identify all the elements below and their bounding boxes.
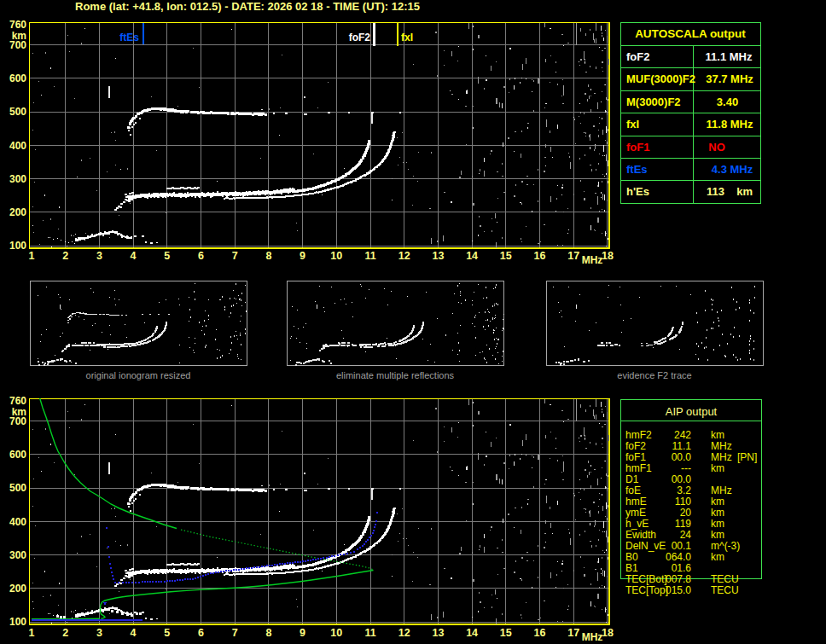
svg-text:400: 400 bbox=[9, 516, 26, 528]
svg-text:24: 24 bbox=[680, 529, 692, 541]
svg-text:TEC[Top]: TEC[Top] bbox=[625, 584, 668, 596]
svg-text:6: 6 bbox=[198, 250, 204, 262]
svg-text:Rome (lat: +41.8, lon: 012.5): Rome (lat: +41.8, lon: 012.5) - DATE: 20… bbox=[75, 0, 420, 13]
svg-text:MHz: MHz bbox=[582, 254, 603, 266]
svg-text:AUTOSCALA output: AUTOSCALA output bbox=[635, 27, 746, 40]
svg-text:foF2: foF2 bbox=[349, 32, 371, 44]
svg-text:eliminate multiple reflections: eliminate multiple reflections bbox=[336, 370, 455, 380]
svg-text:m^(-3): m^(-3) bbox=[711, 540, 740, 552]
svg-text:700: 700 bbox=[9, 415, 26, 427]
svg-text:600: 600 bbox=[9, 449, 26, 461]
svg-text:17: 17 bbox=[567, 250, 579, 262]
svg-text:100: 100 bbox=[9, 240, 26, 252]
svg-text:4: 4 bbox=[131, 627, 137, 639]
svg-text:km: km bbox=[711, 496, 724, 508]
svg-text:3: 3 bbox=[96, 627, 102, 639]
svg-text:4: 4 bbox=[131, 250, 137, 262]
svg-text:11.1 MHz: 11.1 MHz bbox=[706, 50, 753, 63]
svg-text:original ionogram resized: original ionogram resized bbox=[86, 370, 191, 380]
svg-text:6: 6 bbox=[198, 627, 204, 639]
svg-text:MHz: MHz bbox=[711, 440, 732, 452]
svg-text:064.0: 064.0 bbox=[666, 551, 691, 563]
svg-text:11: 11 bbox=[364, 250, 375, 262]
svg-text:15: 15 bbox=[500, 627, 512, 639]
svg-text:400: 400 bbox=[9, 140, 26, 152]
svg-text:100: 100 bbox=[9, 616, 26, 628]
svg-text:[PN]: [PN] bbox=[737, 451, 757, 463]
svg-text:110: 110 bbox=[675, 496, 691, 508]
svg-text:15: 15 bbox=[500, 250, 512, 262]
svg-text:9: 9 bbox=[300, 627, 305, 639]
svg-text:km: km bbox=[711, 462, 724, 474]
svg-text:AIP output: AIP output bbox=[666, 405, 718, 418]
svg-text:500: 500 bbox=[9, 482, 26, 494]
svg-text:119: 119 bbox=[675, 518, 691, 530]
svg-text:km: km bbox=[711, 518, 724, 530]
svg-text:B1: B1 bbox=[625, 562, 638, 574]
svg-text:km: km bbox=[711, 507, 724, 519]
svg-text:ymE: ymE bbox=[625, 507, 646, 519]
svg-text:5: 5 bbox=[164, 627, 170, 639]
svg-text:MHz: MHz bbox=[711, 484, 732, 496]
svg-text:hmE: hmE bbox=[625, 496, 647, 508]
svg-text:12: 12 bbox=[398, 627, 410, 639]
svg-text:foF1: foF1 bbox=[626, 141, 649, 154]
svg-text:B0: B0 bbox=[625, 551, 638, 563]
svg-text:01.6: 01.6 bbox=[672, 562, 692, 574]
svg-text:13: 13 bbox=[432, 250, 444, 262]
svg-text:MUF(3000)F2: MUF(3000)F2 bbox=[626, 73, 695, 85]
svg-text:h'Es: h'Es bbox=[626, 185, 649, 198]
svg-text:00.0: 00.0 bbox=[672, 451, 692, 463]
svg-text:113 km: 113 km bbox=[707, 185, 753, 198]
svg-text:12: 12 bbox=[398, 250, 410, 262]
svg-text:200: 200 bbox=[9, 583, 26, 595]
svg-text:7: 7 bbox=[232, 627, 238, 639]
svg-text:8: 8 bbox=[265, 250, 271, 262]
svg-text:D1: D1 bbox=[625, 473, 639, 485]
svg-text:700: 700 bbox=[9, 39, 26, 51]
svg-text:9: 9 bbox=[300, 250, 305, 262]
svg-text:MHz: MHz bbox=[711, 451, 732, 463]
svg-text:evidence F2 trace: evidence F2 trace bbox=[617, 370, 691, 380]
svg-text:3.2: 3.2 bbox=[677, 484, 691, 496]
svg-text:hmF1: hmF1 bbox=[625, 462, 652, 474]
svg-text:km: km bbox=[711, 551, 724, 563]
svg-text:km: km bbox=[711, 429, 724, 441]
svg-text:18: 18 bbox=[602, 627, 614, 639]
svg-text:TECU: TECU bbox=[711, 584, 739, 596]
svg-text:500: 500 bbox=[9, 106, 26, 118]
svg-text:MHz: MHz bbox=[582, 631, 603, 643]
svg-text:1: 1 bbox=[29, 250, 35, 262]
svg-text:3.40: 3.40 bbox=[717, 96, 738, 108]
svg-text:20: 20 bbox=[680, 507, 692, 519]
svg-text:fxI: fxI bbox=[626, 118, 639, 131]
svg-text:8: 8 bbox=[265, 627, 271, 639]
svg-text:14: 14 bbox=[466, 250, 478, 262]
svg-text:300: 300 bbox=[9, 173, 26, 185]
svg-text:11.8 MHz: 11.8 MHz bbox=[707, 118, 753, 131]
svg-text:14: 14 bbox=[466, 627, 478, 639]
svg-text:TECU: TECU bbox=[711, 573, 739, 585]
svg-text:fxI: fxI bbox=[401, 32, 413, 44]
svg-text:16: 16 bbox=[534, 627, 546, 639]
svg-text:13: 13 bbox=[432, 627, 444, 639]
svg-text:NO: NO bbox=[708, 141, 725, 154]
svg-text:4.3 MHz: 4.3 MHz bbox=[712, 163, 753, 176]
svg-text:18: 18 bbox=[602, 250, 614, 262]
svg-text:200: 200 bbox=[9, 206, 26, 218]
svg-text:Ewidth: Ewidth bbox=[625, 529, 656, 541]
svg-text:ftEs: ftEs bbox=[119, 32, 139, 44]
svg-text:300: 300 bbox=[9, 549, 26, 561]
svg-text:17: 17 bbox=[567, 627, 579, 639]
svg-text:7: 7 bbox=[232, 250, 238, 262]
svg-text:11: 11 bbox=[364, 627, 375, 639]
svg-text:3: 3 bbox=[96, 250, 102, 262]
svg-text:16: 16 bbox=[534, 250, 546, 262]
svg-text:hmF2: hmF2 bbox=[625, 429, 652, 441]
svg-text:00.0: 00.0 bbox=[672, 473, 692, 485]
svg-text:2: 2 bbox=[62, 627, 68, 639]
svg-text:foF2: foF2 bbox=[625, 440, 646, 452]
svg-text:11.1: 11.1 bbox=[672, 440, 692, 452]
svg-text:M(3000)F2: M(3000)F2 bbox=[626, 96, 681, 108]
svg-text:TEC[Bot]: TEC[Bot] bbox=[625, 573, 667, 585]
